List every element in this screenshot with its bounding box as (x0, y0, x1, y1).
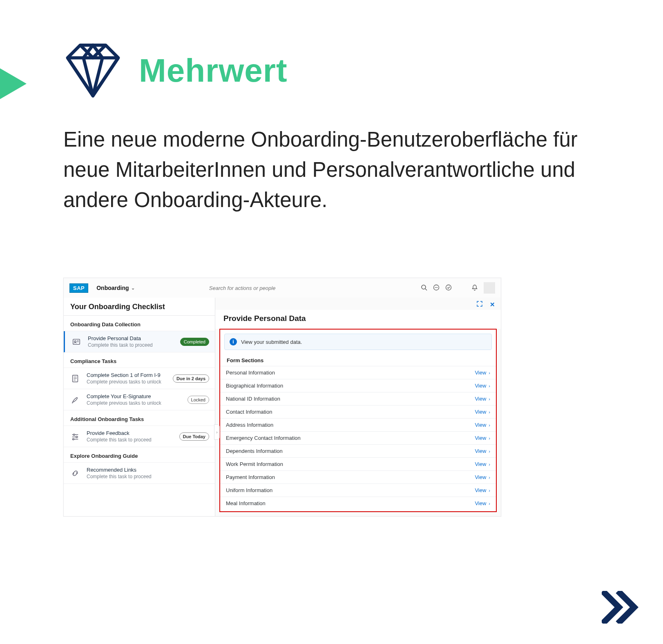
link-icon (69, 468, 81, 479)
svg-point-4 (435, 287, 436, 288)
view-link[interactable]: View› (475, 461, 490, 467)
apps-icon[interactable] (433, 284, 440, 292)
view-link-label: View (475, 487, 486, 493)
view-link[interactable]: View› (475, 474, 490, 480)
bell-icon[interactable] (471, 284, 478, 292)
search-icon[interactable] (421, 284, 427, 292)
task-row[interactable]: Provide Personal DataComplete this task … (64, 331, 215, 352)
svg-rect-8 (73, 339, 80, 344)
form-section-name: Meal Information (226, 500, 266, 506)
chevron-down-icon: ⌄ (131, 285, 135, 291)
form-section-row: Address InformationView› (220, 418, 496, 431)
task-title: Provide Personal Data (88, 335, 174, 341)
svg-line-2 (425, 289, 427, 290)
slide-page: Mehrwert Eine neue moderne Onboarding-Be… (0, 0, 663, 644)
form-section-name: National ID Information (226, 396, 280, 402)
view-link[interactable]: View› (475, 500, 490, 506)
fullscreen-icon[interactable] (477, 301, 482, 308)
close-panel-button[interactable]: ✕ (490, 301, 495, 308)
avatar[interactable] (484, 282, 495, 294)
svg-point-21 (73, 438, 74, 440)
view-link[interactable]: View› (475, 370, 490, 376)
view-link-label: View (475, 370, 486, 376)
form-section-name: Personal Information (226, 370, 275, 376)
chevron-right-icon: › (489, 436, 490, 441)
app-screenshot: SAP Onboarding ⌄ (63, 278, 501, 517)
view-link-label: View (475, 500, 486, 506)
task-title: Complete Your E-Signature (87, 393, 182, 399)
chevron-right-icon: › (489, 370, 490, 375)
task-row[interactable]: Recommended LinksComplete this task to p… (64, 463, 215, 484)
panel-expand-handle[interactable]: › (214, 424, 220, 440)
chevron-right-icon: › (489, 462, 490, 467)
view-link[interactable]: View› (475, 396, 490, 402)
form-section-name: Work Permit Information (226, 461, 283, 467)
top-icons (421, 282, 495, 294)
app-columns: Your Onboarding Checklist Onboarding Dat… (64, 298, 501, 516)
highlighted-form-area: i View your submitted data. Form Section… (219, 329, 497, 512)
view-link[interactable]: View› (475, 409, 490, 415)
form-section-row: Personal InformationView› (220, 366, 496, 379)
view-link[interactable]: View› (475, 487, 490, 493)
form-section-row: Dependents InformationView› (220, 444, 496, 457)
form-section-name: Contact Information (226, 409, 272, 415)
view-link[interactable]: View› (475, 383, 490, 389)
view-link-label: View (475, 448, 486, 454)
chevron-right-icon: › (489, 488, 490, 493)
view-link-label: View (475, 409, 486, 415)
form-section-name: Address Information (226, 422, 273, 428)
task-row[interactable]: Provide FeedbackComplete this task to pr… (64, 426, 215, 447)
chevron-right-icon: › (489, 397, 490, 401)
id-card-icon (71, 336, 82, 348)
task-badge: Due Today (179, 432, 209, 441)
task-subtitle: Complete this task to proceed (87, 474, 209, 479)
form-section-row: Contact InformationView› (220, 405, 496, 418)
checklist-section-label: Explore Onboarding Guide (64, 447, 215, 463)
decorative-double-chevron (602, 591, 638, 624)
form-section-row: National ID InformationView› (220, 392, 496, 405)
checklist-panel: Your Onboarding Checklist Onboarding Dat… (64, 298, 215, 516)
task-row[interactable]: Complete Section 1 of Form I-9Complete p… (64, 368, 215, 389)
form-section-row: Meal InformationView› (220, 497, 496, 510)
checklist-section-label: Compliance Tasks (64, 352, 215, 368)
form-sections-label: Form Sections (220, 353, 496, 366)
svg-point-17 (73, 434, 75, 435)
svg-point-6 (437, 287, 438, 288)
header-block: Mehrwert (61, 39, 288, 102)
chevron-right-icon: › (489, 383, 490, 388)
view-link-label: View (475, 461, 486, 467)
task-title: Recommended Links (87, 467, 209, 473)
form-section-name: Dependents Information (226, 448, 283, 454)
form-section-row: Uniform InformationView› (220, 484, 496, 497)
info-icon: i (230, 338, 237, 345)
checklist-section-label: Onboarding Data Collection (64, 316, 215, 331)
chevron-right-icon: › (489, 423, 490, 428)
form-section-name: Emergency Contact Information (226, 435, 301, 441)
search-input[interactable] (208, 285, 347, 292)
diamond-icon (61, 39, 125, 102)
slide-title: Mehrwert (139, 52, 288, 89)
task-subtitle: Complete this task to proceed (87, 437, 174, 443)
pen-icon (69, 394, 81, 406)
form-section-row: Payment InformationView› (220, 470, 496, 484)
view-link-label: View (475, 396, 486, 402)
search-wrap (143, 285, 413, 292)
app-menu-label: Onboarding (96, 285, 129, 291)
app-menu-dropdown[interactable]: Onboarding ⌄ (96, 285, 134, 291)
chevron-right-icon: › (489, 410, 490, 414)
svg-point-9 (74, 341, 76, 342)
svg-point-19 (76, 436, 78, 438)
task-title: Provide Feedback (87, 430, 174, 436)
form-icon (69, 373, 81, 384)
form-section-name: Payment Information (226, 474, 275, 480)
form-section-row: Biographical InformationView› (220, 379, 496, 392)
view-link[interactable]: View› (475, 435, 490, 441)
checklist-title: Your Onboarding Checklist (64, 298, 215, 316)
view-link[interactable]: View› (475, 422, 490, 428)
task-badge: Completed (180, 338, 209, 346)
task-subtitle: Complete previous tasks to unlock (87, 379, 167, 385)
check-circle-icon[interactable] (445, 284, 452, 292)
view-link[interactable]: View› (475, 448, 490, 454)
task-title: Complete Section 1 of Form I-9 (87, 372, 167, 378)
task-row[interactable]: Complete Your E-SignatureComplete previo… (64, 389, 215, 410)
